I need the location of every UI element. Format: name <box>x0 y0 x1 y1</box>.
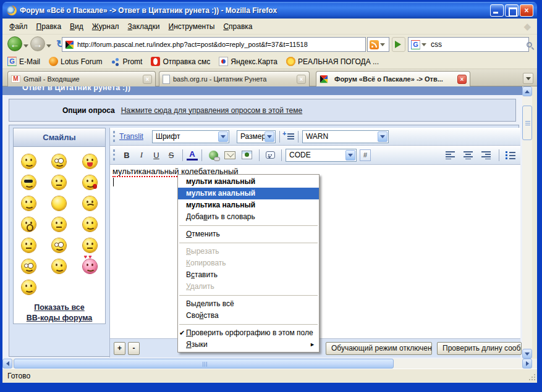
menu-bookmarks[interactable]: Закладки <box>124 20 164 33</box>
menu-help[interactable]: Справка <box>219 20 256 33</box>
horizontal-scroll-thumb[interactable] <box>14 359 394 369</box>
search-input[interactable] <box>431 40 527 49</box>
tab-forum-active[interactable]: Форум «Всё о Паскале» -> Отв... × <box>316 71 470 86</box>
insert-link-icon[interactable] <box>209 151 218 160</box>
bookmark-yandex-map[interactable]: Яндекс.Карта <box>219 57 277 66</box>
chevron-down-icon[interactable] <box>378 131 387 142</box>
paste-item[interactable]: Вставить <box>178 269 319 281</box>
decrease-button[interactable]: - <box>128 342 140 355</box>
show-all-smileys-link[interactable]: Показать все <box>14 302 105 313</box>
smiley-smile-icon[interactable] <box>22 154 36 169</box>
search-engine-dropdown-icon[interactable] <box>421 43 426 49</box>
italic-button[interactable]: I <box>134 150 149 160</box>
align-left-icon[interactable] <box>446 151 455 159</box>
search-icon[interactable] <box>527 42 532 48</box>
smiley-rose-icon[interactable] <box>83 175 97 190</box>
code-select[interactable]: CODE <box>286 149 357 162</box>
close-button[interactable]: × <box>520 4 533 17</box>
menu-file[interactable]: Файл <box>5 20 32 33</box>
chevron-down-icon[interactable] <box>345 150 355 161</box>
smiley-blank-icon[interactable] <box>52 196 66 211</box>
select-all-item[interactable]: Выделить всё <box>178 298 319 310</box>
bb-codes-link[interactable]: BB-коды форума <box>14 313 105 323</box>
smiley-thumbs-down-icon[interactable] <box>22 238 36 252</box>
suggestion-item[interactable]: мульти канальный <box>178 176 319 188</box>
chevron-down-icon[interactable] <box>265 131 274 142</box>
tab-close-icon[interactable]: × <box>297 75 306 84</box>
url-bar[interactable] <box>62 37 366 52</box>
smiley-smirk-icon[interactable] <box>52 175 66 190</box>
align-center-icon[interactable] <box>464 151 473 159</box>
menu-edit[interactable]: Правка <box>32 20 66 33</box>
smiley-wink-icon[interactable] <box>52 259 66 273</box>
smiley-tongue-icon[interactable] <box>83 154 97 169</box>
numbered-list-icon[interactable] <box>506 151 515 159</box>
undo-item[interactable]: Отменить <box>178 228 319 240</box>
scroll-up-button[interactable] <box>522 86 532 96</box>
smiley-smile-icon[interactable] <box>83 217 97 231</box>
increase-button[interactable]: + <box>114 342 125 355</box>
smiley-ohmy-icon[interactable] <box>22 217 36 231</box>
back-dropdown-icon[interactable] <box>23 44 28 50</box>
hash-button[interactable]: # <box>360 149 371 161</box>
scroll-right-button[interactable] <box>522 359 532 369</box>
bookmark-promt[interactable]: Promt <box>111 57 142 66</box>
font-color-button[interactable]: A <box>187 150 198 161</box>
training-mode-button[interactable]: Обучающий режим отключен <box>326 342 432 355</box>
smiley-love-icon[interactable]: ♥♥ <box>83 259 97 273</box>
insert-quote-icon[interactable] <box>266 151 275 159</box>
smiley-smile-icon[interactable] <box>22 280 36 294</box>
bold-button[interactable]: B <box>119 151 134 160</box>
resize-grip[interactable] <box>528 373 535 380</box>
smiley-wacko-icon[interactable] <box>22 259 36 273</box>
search-engine-icon[interactable]: G <box>411 40 420 49</box>
smiley-rolleyes-icon[interactable] <box>52 154 66 169</box>
scroll-left-button[interactable] <box>2 359 12 369</box>
tab-gmail[interactable]: M Gmail - Входящие × <box>7 71 156 86</box>
tab-bash[interactable]: bash.org.ru - Цитатник Рунета × <box>159 71 310 86</box>
menu-history[interactable]: Журнал <box>88 20 124 33</box>
chevron-down-icon[interactable] <box>218 131 228 142</box>
suggestion-item[interactable]: мультика нальный <box>178 199 319 211</box>
url-input[interactable] <box>77 41 363 48</box>
spellcheck-toggle-item[interactable]: ✔Проверить орфографию в этом поле <box>178 327 319 339</box>
menu-view[interactable]: Вид <box>66 20 88 33</box>
translit-link[interactable]: Translit <box>119 132 143 141</box>
toolbar-grip[interactable] <box>113 131 116 142</box>
tab-close-icon[interactable]: × <box>457 75 467 84</box>
back-button[interactable]: ← <box>7 36 22 51</box>
smiley-wub-icon[interactable] <box>52 238 66 252</box>
bookmark-email[interactable]: G E-Mail <box>7 57 40 66</box>
languages-item[interactable]: Языки► <box>178 339 319 351</box>
insert-email-icon[interactable] <box>224 151 235 159</box>
tab-close-icon[interactable]: × <box>143 75 152 84</box>
check-length-button[interactable]: Проверить длину сообщ <box>437 342 522 355</box>
properties-item[interactable]: Свойства <box>178 310 319 322</box>
smiley-cool-icon[interactable] <box>22 175 36 190</box>
toolbar-grip[interactable] <box>113 149 116 161</box>
warn-select[interactable]: WARN <box>302 130 389 143</box>
indent-icon[interactable] <box>284 133 294 141</box>
align-right-icon[interactable] <box>481 151 491 159</box>
bookmark-weather[interactable]: РЕАЛЬНАЯ ПОГОДА ... <box>286 57 379 66</box>
vertical-scroll-thumb[interactable] <box>522 106 532 140</box>
feed-button[interactable] <box>367 37 389 52</box>
bookmark-lotus-forum[interactable]: Lotus Forum <box>49 57 102 66</box>
insert-image-icon[interactable] <box>242 151 252 159</box>
smiley-thumbs-up-icon[interactable] <box>22 196 36 211</box>
smiley-dry-icon[interactable] <box>83 238 97 252</box>
bookmark-sms[interactable]: Отправка смс <box>151 57 210 66</box>
font-select[interactable]: Шрифт <box>152 130 229 143</box>
menu-tools[interactable]: Инструменты <box>164 20 219 33</box>
suggestion-item-selected[interactable]: мультик анальный <box>178 188 319 199</box>
horizontal-scrollbar[interactable] <box>2 359 537 369</box>
forward-dropdown-icon[interactable] <box>46 44 51 50</box>
minimize-button[interactable] <box>490 4 504 17</box>
size-select[interactable]: Размер <box>237 130 276 143</box>
strikethrough-button[interactable]: S <box>164 151 179 160</box>
smiley-sneaky-icon[interactable] <box>52 217 66 231</box>
scroll-down-button[interactable] <box>522 349 532 359</box>
search-bar[interactable]: G <box>408 37 529 52</box>
poll-manage-link[interactable]: Нажмите сюда для управления опросом в эт… <box>121 106 303 115</box>
go-button[interactable] <box>392 37 405 52</box>
